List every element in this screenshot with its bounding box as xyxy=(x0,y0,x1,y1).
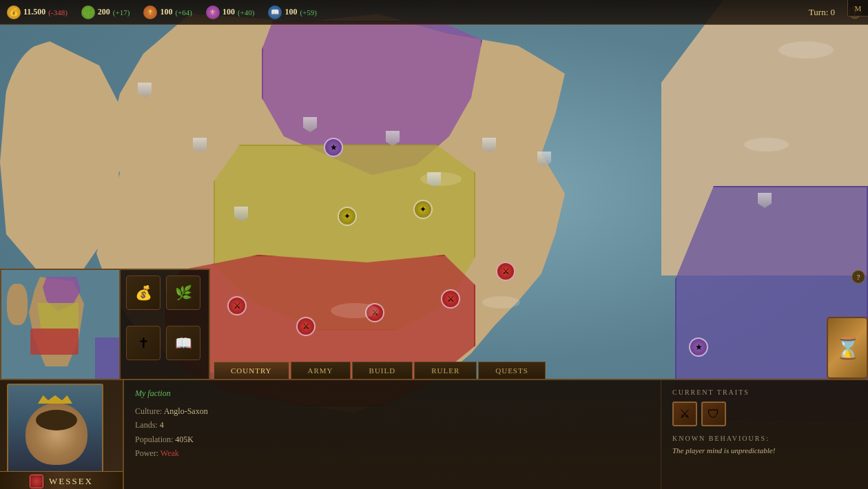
culture-value: Anglo-Saxon xyxy=(164,406,208,416)
population-value: 405K xyxy=(175,435,194,444)
food-value: 200 xyxy=(98,7,110,17)
trait-icon-defender[interactable]: 🛡 xyxy=(701,402,726,426)
minimap-toggle-button[interactable]: M xyxy=(847,0,868,17)
prestige-icon: ⚜ xyxy=(206,6,220,19)
ruler-name: Wessex xyxy=(49,476,93,487)
traits-header: Current Traits xyxy=(672,388,857,396)
trait-icon-warrior[interactable]: ⚔ xyxy=(672,402,697,426)
science-resource: 📖 100 (+59) xyxy=(268,6,317,19)
power-value: Weak xyxy=(161,448,179,458)
portrait-crown xyxy=(38,395,72,404)
lands-value: 4 xyxy=(160,420,164,430)
power-stat: Power: Weak xyxy=(135,446,650,460)
mm-region-purple2 xyxy=(95,337,119,379)
bottom-panel: Wessex My faction Culture: Anglo-Saxon L… xyxy=(0,379,868,489)
minimap-background xyxy=(1,270,119,379)
food-resource: 🌿 200 (+17) xyxy=(81,6,130,19)
country-info-panel: My faction Culture: Anglo-Saxon Lands: 4… xyxy=(124,380,661,489)
resource-gold-icon[interactable]: 💰 xyxy=(126,275,161,310)
faith-icon: ✝ xyxy=(143,6,157,19)
turn-counter: Turn: 0 xyxy=(809,7,835,18)
tab-quests[interactable]: Quests xyxy=(478,362,546,379)
end-turn-button[interactable]: ⌛ xyxy=(827,317,868,379)
prestige-value: 100 xyxy=(223,7,235,17)
culture-label: Culture: xyxy=(135,406,164,416)
panel-help-button[interactable]: ? xyxy=(851,270,865,284)
cloud xyxy=(331,303,379,318)
prestige-resource: ⚜ 100 (+40) xyxy=(206,6,255,19)
resource-science-icon[interactable]: 📖 xyxy=(166,326,200,360)
army-marker[interactable]: ✦ xyxy=(338,207,357,226)
behaviours-text: The player mind is unpredictable! xyxy=(672,446,857,455)
army-marker[interactable]: ⚔ xyxy=(296,317,316,336)
hud-bar: 💰 11.500 (-348) 🌿 200 (+17) ✝ 100 (+64) … xyxy=(0,0,868,25)
gold-icon: 💰 xyxy=(7,6,21,19)
army-marker[interactable]: ⚔ xyxy=(227,296,247,315)
cloud xyxy=(482,296,520,309)
portrait-area: Wessex xyxy=(0,380,124,489)
faith-value: 100 xyxy=(160,7,172,17)
faction-crest-icon xyxy=(30,475,43,488)
tab-ruler[interactable]: Ruler xyxy=(414,362,477,379)
faith-delta: (+64) xyxy=(175,8,192,17)
faction-label: My faction xyxy=(135,388,650,399)
prestige-delta: (+40) xyxy=(238,8,255,17)
character-portrait xyxy=(7,384,103,473)
army-marker[interactable]: ✦ xyxy=(413,200,433,219)
food-delta: (+17) xyxy=(113,8,130,17)
army-marker[interactable]: ★ xyxy=(324,138,343,157)
cloud xyxy=(420,172,462,186)
panel-content: Wessex My faction Culture: Anglo-Saxon L… xyxy=(0,380,868,489)
gold-resource: 💰 11.500 (-348) xyxy=(7,6,68,19)
mm-ireland xyxy=(7,284,28,325)
minimap[interactable] xyxy=(0,269,121,379)
army-marker[interactable]: ⚔ xyxy=(496,262,515,281)
science-icon: 📖 xyxy=(268,6,282,19)
army-marker[interactable]: ⚔ xyxy=(441,289,460,309)
science-delta: (+59) xyxy=(300,8,317,17)
gold-delta: (-348) xyxy=(48,8,68,17)
population-stat: Population: 405K xyxy=(135,433,650,446)
resource-icons-panel: 💰 🌿 ✝ 📖 xyxy=(121,269,210,379)
tab-build[interactable]: Build xyxy=(352,362,413,379)
power-label: Power: xyxy=(135,448,161,458)
mm-region-red xyxy=(30,329,79,355)
gold-value: 11.500 xyxy=(23,7,45,17)
portrait-nameplate: Wessex xyxy=(0,471,123,489)
science-value: 100 xyxy=(285,7,297,17)
army-marker[interactable]: ★ xyxy=(689,337,708,357)
traits-panel: Current Traits ⚔ 🛡 Known Behaviours: The… xyxy=(661,380,868,489)
population-label: Population: xyxy=(135,435,175,444)
cloud xyxy=(744,138,789,152)
lands-stat: Lands: 4 xyxy=(135,418,650,432)
resource-food-icon[interactable]: 🌿 xyxy=(166,275,200,310)
lands-label: Lands: xyxy=(135,420,160,430)
hourglass-icon: ⌛ xyxy=(835,336,860,360)
behaviours-header: Known Behaviours: xyxy=(672,435,857,442)
portrait-face xyxy=(8,385,102,472)
tab-country[interactable]: Country xyxy=(214,362,289,379)
tab-army[interactable]: Army xyxy=(291,362,351,379)
traits-icons-row: ⚔ 🛡 xyxy=(672,402,857,426)
faith-resource: ✝ 100 (+64) xyxy=(143,6,192,19)
cloud xyxy=(778,41,834,59)
culture-stat: Culture: Anglo-Saxon xyxy=(135,404,650,418)
resource-faith-icon[interactable]: ✝ xyxy=(126,326,161,360)
food-icon: 🌿 xyxy=(81,6,95,19)
tab-bar: Country Army Build Ruler Quests xyxy=(214,362,546,379)
